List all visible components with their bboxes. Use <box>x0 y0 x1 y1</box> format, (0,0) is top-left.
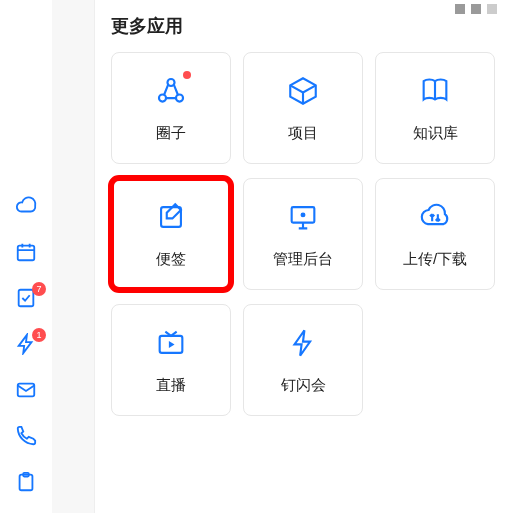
tile-note[interactable]: 便签 <box>111 178 231 290</box>
sidebar-item-flash[interactable]: 1 <box>14 334 38 358</box>
sidebar-item-mail[interactable] <box>14 380 38 404</box>
svg-point-11 <box>176 94 183 101</box>
sidebar-item-calendar[interactable] <box>14 242 38 266</box>
svg-rect-12 <box>161 207 181 227</box>
clip-icon <box>15 471 37 497</box>
updown-icon <box>418 200 452 234</box>
badge: 7 <box>32 282 46 296</box>
live-icon <box>154 326 188 360</box>
note-icon <box>154 200 188 234</box>
project-icon <box>286 74 320 108</box>
svg-rect-1 <box>19 290 34 307</box>
tile-admin[interactable]: 管理后台 <box>243 178 363 290</box>
apps-grid: 圈子 项目 知识库 便签 管理后台 <box>111 52 491 416</box>
tile-label: 知识库 <box>413 124 458 143</box>
tile-live[interactable]: 直播 <box>111 304 231 416</box>
svg-point-10 <box>159 94 166 101</box>
sidebar-item-phone[interactable] <box>14 426 38 450</box>
phone-icon <box>15 425 37 451</box>
sidebar-item-docs[interactable]: 7 <box>14 288 38 312</box>
cloud-icon <box>15 195 37 221</box>
tile-project[interactable]: 项目 <box>243 52 363 164</box>
panel-title: 更多应用 <box>111 14 491 38</box>
tile-label: 便签 <box>156 250 186 269</box>
sidebar-item-clip[interactable] <box>14 472 38 496</box>
window-controls <box>455 4 497 14</box>
sidebar-item-cloud[interactable] <box>14 196 38 220</box>
spark-icon <box>286 326 320 360</box>
tile-label: 管理后台 <box>273 250 333 269</box>
circle-icon <box>154 74 188 108</box>
svg-point-14 <box>302 213 305 216</box>
book-icon <box>418 74 452 108</box>
tile-spark[interactable]: 钉闪会 <box>243 304 363 416</box>
monitor-icon <box>286 200 320 234</box>
sidebar: 7 1 <box>0 0 52 513</box>
tile-updown[interactable]: 上传/下载 <box>375 178 495 290</box>
badge: 1 <box>32 328 46 342</box>
tile-label: 直播 <box>156 376 186 395</box>
tile-circle[interactable]: 圈子 <box>111 52 231 164</box>
mail-icon <box>15 379 37 405</box>
more-apps-panel: 更多应用 圈子 项目 知识库 便签 <box>94 0 507 513</box>
notification-dot <box>183 71 191 79</box>
tile-label: 圈子 <box>156 124 186 143</box>
tile-label: 项目 <box>288 124 318 143</box>
tile-label: 钉闪会 <box>281 376 326 395</box>
calendar-icon <box>15 241 37 267</box>
svg-rect-0 <box>18 246 35 261</box>
tile-knowledge[interactable]: 知识库 <box>375 52 495 164</box>
tile-label: 上传/下载 <box>403 250 467 269</box>
